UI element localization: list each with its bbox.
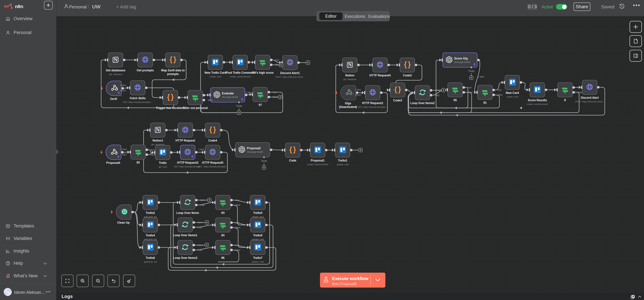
svg-text:true: true bbox=[236, 199, 240, 201]
svg-text:Gigs: Gigs bbox=[345, 102, 351, 105]
svg-text:update: card: update: card bbox=[252, 260, 264, 263]
svg-text:get: database: get: database bbox=[109, 73, 122, 76]
svg-text:GET:. https://iskrata.dev/api/: GET:. https://iskrata.dev/api/s... bbox=[198, 165, 228, 168]
svg-text:done: done bbox=[198, 221, 203, 224]
svg-text:true: true bbox=[275, 59, 279, 61]
svg-text:If7: If7 bbox=[258, 103, 262, 107]
svg-text:HTTP Request3: HTTP Request3 bbox=[177, 161, 198, 164]
svg-text:GET: GET bbox=[122, 153, 127, 156]
svg-text:false: false bbox=[578, 91, 582, 94]
svg-text:done: done bbox=[200, 199, 206, 201]
svg-text:Message Model: Message Model bbox=[222, 96, 238, 98]
svg-text:from Proposal4: from Proposal4 bbox=[332, 282, 356, 286]
svg-text:get: database: get: database bbox=[343, 78, 356, 81]
svg-text:Trello3: Trello3 bbox=[253, 211, 262, 214]
svg-text:Get prompts: Get prompts bbox=[137, 69, 154, 72]
svg-text:If6: If6 bbox=[221, 256, 224, 259]
svg-text:Execute workflow: Execute workflow bbox=[332, 276, 368, 281]
svg-text:If1: If1 bbox=[483, 101, 487, 104]
svg-text:Trello7: Trello7 bbox=[253, 256, 262, 259]
svg-text:Trigger two iterations: Trigger two iterations bbox=[156, 106, 185, 110]
svg-text:If it's high score: If it's high score bbox=[252, 71, 274, 74]
svg-text:Loop Over Items1: Loop Over Items1 bbox=[173, 233, 198, 237]
svg-text:done: done bbox=[435, 89, 440, 92]
svg-text:HTTP Request5: HTTP Request5 bbox=[202, 161, 224, 164]
svg-text:false: false bbox=[498, 94, 502, 96]
svg-text:loop: loop bbox=[200, 204, 204, 206]
svg-text:1 item: 1 item bbox=[198, 148, 204, 151]
svg-text:Score Results: Score Results bbox=[528, 99, 547, 102]
svg-text:1 item: 1 item bbox=[355, 88, 361, 91]
svg-text:If2: If2 bbox=[136, 161, 140, 164]
svg-text:true: true bbox=[578, 86, 582, 89]
svg-text:1 item: 1 item bbox=[120, 148, 127, 151]
svg-text:GET: https://iskrata.dev/api/s: GET: https://iskrata.dev/api/s... bbox=[358, 106, 388, 108]
svg-text:GET: https://iskrata.dev/ap...: GET: https://iskrata.dev/ap... bbox=[174, 165, 202, 168]
svg-text:HTTP Request1: HTTP Request1 bbox=[362, 101, 384, 105]
svg-text:false: false bbox=[275, 64, 280, 66]
svg-text:If5: If5 bbox=[454, 99, 457, 102]
svg-text:true: true bbox=[236, 244, 240, 246]
svg-text:New Card: New Card bbox=[506, 91, 519, 95]
svg-text:Discord Alert: Discord Alert bbox=[581, 96, 599, 99]
svg-text:Trello: Trello bbox=[159, 161, 166, 165]
svg-text:GET: https://iskrata.dev/api/s: GET: https://iskrata.dev/api/s... bbox=[123, 101, 152, 103]
svg-text:Get databases: Get databases bbox=[106, 69, 126, 72]
svg-text:POST: POST bbox=[355, 94, 362, 96]
svg-text:getCards: list: getCards: list bbox=[144, 260, 157, 263]
svg-text:loop: loop bbox=[198, 226, 202, 229]
svg-text:true: true bbox=[468, 86, 472, 89]
svg-text:Trello1: Trello1 bbox=[338, 159, 347, 162]
svg-text:Tools: Tools bbox=[468, 70, 474, 73]
svg-text:true: true bbox=[208, 94, 212, 97]
svg-text:Tools: Tools bbox=[236, 105, 242, 107]
svg-text:true: true bbox=[151, 148, 155, 151]
svg-text:true: true bbox=[236, 221, 240, 224]
svg-text:Message Model: Message Model bbox=[247, 151, 263, 153]
svg-text:false: false bbox=[236, 249, 240, 251]
svg-text:create: cardComment: create: cardComment bbox=[527, 103, 548, 105]
svg-text:POST: POST bbox=[120, 89, 126, 92]
svg-text:Trello6: Trello6 bbox=[146, 256, 155, 259]
svg-text:Score Gig: Score Gig bbox=[454, 57, 468, 60]
svg-text:done: done bbox=[198, 244, 203, 246]
svg-text:Code: Code bbox=[289, 159, 296, 162]
svg-text:POST: https://discord.com/a...: POST: https://discord.com/a... bbox=[276, 76, 304, 78]
svg-text:HTTP Request: HTTP Request bbox=[176, 139, 195, 142]
svg-text:true: true bbox=[498, 89, 502, 91]
svg-text:Trello4: Trello4 bbox=[146, 234, 155, 237]
svg-text:create: cardComment: create: cardComment bbox=[230, 75, 251, 78]
svg-text:1 item: 1 item bbox=[478, 75, 484, 78]
svg-text:POST: https://discord.com/a...: POST: https://discord.com/a... bbox=[575, 100, 604, 103]
svg-text:update: card: update: card bbox=[336, 163, 349, 166]
svg-text:Trello2: Trello2 bbox=[146, 211, 155, 214]
svg-text:If4: If4 bbox=[221, 234, 224, 237]
svg-text:(Deactivated): (Deactivated) bbox=[339, 105, 357, 109]
svg-text:create: card: create: card bbox=[507, 96, 518, 98]
svg-text:HTTP Request4: HTTP Request4 bbox=[370, 74, 391, 77]
svg-text:Code4: Code4 bbox=[208, 139, 217, 142]
svg-text:Evaluate: Evaluate bbox=[222, 92, 234, 95]
svg-text:loop: loop bbox=[198, 249, 202, 251]
svg-text:false: false bbox=[468, 91, 472, 94]
svg-text:Proposal4: Proposal4 bbox=[106, 161, 120, 165]
svg-text:true: true bbox=[273, 91, 277, 94]
svg-text:false: false bbox=[208, 99, 213, 101]
svg-text:Loop Over Items2: Loop Over Items2 bbox=[410, 101, 435, 105]
svg-text:create: card: create: card bbox=[210, 75, 221, 78]
svg-text:Message Model: Message Model bbox=[454, 61, 470, 64]
svg-text:Trello5: Trello5 bbox=[253, 234, 262, 237]
svg-text:prompts: prompts bbox=[167, 72, 179, 76]
svg-text:Discord Alert1: Discord Alert1 bbox=[280, 71, 300, 75]
svg-text:Notion1: Notion1 bbox=[152, 139, 163, 142]
svg-text:Loop Over Items3: Loop Over Items3 bbox=[173, 256, 198, 259]
svg-text:Map Zenfl data to: Map Zenfl data to bbox=[161, 69, 185, 72]
svg-text:Code2: Code2 bbox=[403, 74, 412, 77]
svg-text:Zenfl: Zenfl bbox=[110, 97, 117, 101]
svg-text:Proposal2: Proposal2 bbox=[247, 147, 261, 150]
svg-text:Post Trello Comment: Post Trello Comment bbox=[226, 71, 254, 74]
svg-text:get: card: get: card bbox=[158, 166, 167, 168]
svg-text:false: false bbox=[151, 153, 156, 156]
svg-text:New Trello Card: New Trello Card bbox=[204, 71, 226, 74]
svg-text:create: cardComment: create: cardComment bbox=[307, 163, 328, 166]
